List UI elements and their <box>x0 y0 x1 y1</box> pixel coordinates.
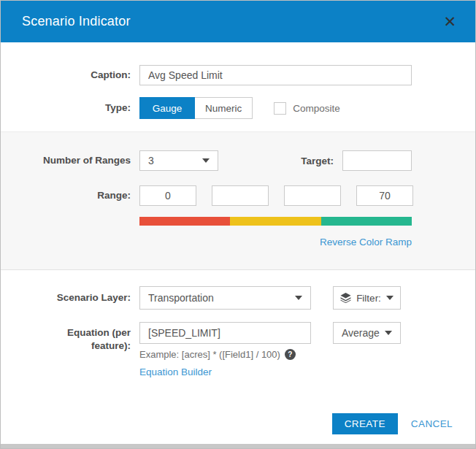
help-icon[interactable]: ? <box>285 349 296 360</box>
range-row: Range: <box>1 185 475 206</box>
scenario-layer-value: Transportation <box>148 292 295 304</box>
range-input-2[interactable] <box>212 185 269 206</box>
type-label: Type: <box>1 101 131 115</box>
caption-row: Caption: <box>1 65 475 85</box>
number-ranges-row: Number of Ranges 3 Target: <box>1 150 475 171</box>
number-ranges-value: 3 <box>148 155 202 166</box>
composite-option: Composite <box>274 102 340 115</box>
equation-example-text: Example: [acres] * ([Field1] / 100) <box>139 349 280 360</box>
type-row: Type: Gauge Numeric Composite <box>1 97 475 119</box>
composite-checkbox[interactable] <box>274 102 286 115</box>
ranges-panel: Number of Ranges 3 Target: Range: <box>1 131 475 270</box>
number-ranges-select[interactable]: 3 <box>139 150 218 171</box>
equation-example: Example: [acres] * ([Field1] / 100) ? <box>139 349 311 360</box>
scenario-indicator-dialog: Scenario Indicator ✕ Caption: Type: Gaug… <box>0 0 476 449</box>
color-ramp-row <box>1 217 475 226</box>
caption-input[interactable] <box>139 65 412 85</box>
target-input[interactable] <box>342 150 412 171</box>
composite-label: Composite <box>293 103 340 114</box>
caption-label: Caption: <box>1 69 131 82</box>
filter-button[interactable]: Filter: <box>333 286 401 310</box>
close-icon[interactable]: ✕ <box>440 12 459 31</box>
dialog-title: Scenario Indicator <box>22 14 440 29</box>
ramp-segment-red <box>139 217 230 226</box>
reverse-color-ramp-link[interactable]: Reverse Color Ramp <box>320 237 412 247</box>
create-button[interactable]: CREATE <box>332 413 398 434</box>
color-ramp <box>139 217 412 226</box>
layers-icon <box>340 293 351 303</box>
ramp-segment-yellow <box>230 217 320 226</box>
range-inputs <box>139 185 413 206</box>
chevron-down-icon <box>202 158 210 163</box>
target-label: Target: <box>301 156 334 166</box>
dialog-bottom-shadow <box>1 444 475 448</box>
chevron-down-icon <box>295 296 302 300</box>
number-ranges-label: Number of Ranges <box>1 154 131 167</box>
aggregation-value: Average <box>342 327 385 339</box>
equation-row: Equation (per feature): Example: [acres]… <box>1 322 475 378</box>
range-label: Range: <box>1 189 131 202</box>
equation-input[interactable] <box>139 322 311 344</box>
type-gauge-button[interactable]: Gauge <box>139 97 195 119</box>
target-group: Target: <box>301 150 412 171</box>
filter-label: Filter: <box>356 293 381 304</box>
scenario-layer-select[interactable]: Transportation <box>139 286 311 310</box>
equation-builder-link[interactable]: Equation Builder <box>139 367 212 377</box>
equation-field-area: Example: [acres] * ([Field1] / 100) ? Eq… <box>139 322 311 378</box>
range-input-3[interactable] <box>284 185 341 206</box>
scenario-layer-label: Scenario Layer: <box>1 291 131 304</box>
range-input-1[interactable] <box>139 185 196 206</box>
chevron-down-icon <box>386 296 394 300</box>
reverse-ramp-row: Reverse Color Ramp <box>1 235 475 248</box>
type-numeric-button[interactable]: Numeric <box>195 97 253 119</box>
cancel-button[interactable]: CANCEL <box>411 418 453 429</box>
scenario-layer-row: Scenario Layer: Transportation Filter: <box>1 286 475 310</box>
aggregation-select[interactable]: Average <box>333 322 401 344</box>
ramp-segment-green <box>321 217 412 226</box>
type-toggle: Gauge Numeric <box>139 97 253 119</box>
range-input-4[interactable] <box>356 185 413 206</box>
equation-label: Equation (per feature): <box>1 322 131 353</box>
chevron-down-icon <box>385 331 392 335</box>
dialog-header: Scenario Indicator ✕ <box>1 1 475 42</box>
dialog-footer: CREATE CANCEL <box>1 413 475 434</box>
layer-section: Scenario Layer: Transportation Filter: <box>1 270 475 378</box>
general-section: Caption: Type: Gauge Numeric Composite <box>1 42 475 131</box>
